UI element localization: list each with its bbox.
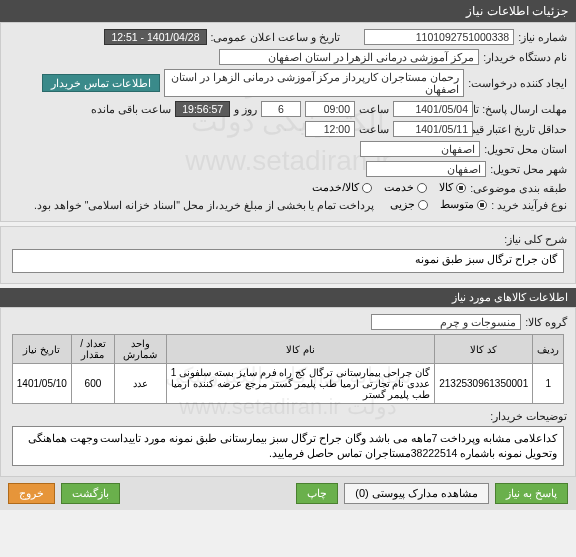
deadline-hour: 09:00 xyxy=(305,101,355,117)
need-desc-area: شرح کلی نیاز: گان جراح ترگال سبز طبق نمو… xyxy=(0,226,576,284)
radio-mid[interactable]: متوسط xyxy=(440,198,487,211)
buyer-label: نام دستگاه خریدار: xyxy=(483,51,567,63)
hour-label-1: ساعت xyxy=(359,103,389,115)
cell-name: گان جراحی بیمارستانی ترگال کج راه فرم سا… xyxy=(166,364,435,404)
radio-icon xyxy=(417,183,427,193)
delivery-city: اصفهان xyxy=(366,161,486,177)
radio-icon xyxy=(456,183,466,193)
th-qty: تعداد / مقدار xyxy=(71,335,114,364)
deadline-date: 1401/05/04 xyxy=(393,101,473,117)
radio-both[interactable]: کالا/خدمت xyxy=(312,181,372,194)
group-label: گروه کالا: xyxy=(525,316,567,328)
validity-hour: 12:00 xyxy=(305,121,355,137)
need-desc-label: شرح کلی نیاز: xyxy=(504,233,567,245)
cell-date: 1401/05/10 xyxy=(12,364,71,404)
print-button[interactable]: چاپ xyxy=(296,483,338,504)
requester-value: رحمان مستاجران کارپرداز مرکز آموزشی درما… xyxy=(164,69,464,97)
th-row: ردیف xyxy=(533,335,564,364)
delivery-prov-label: استان محل تحویل: xyxy=(484,143,567,155)
radio-icon xyxy=(362,183,372,193)
notes-label: توضیحات خریدار: xyxy=(490,410,567,422)
time-left: 19:56:57 xyxy=(175,101,230,117)
th-date: تاریخ نیاز xyxy=(12,335,71,364)
footer-buttons: پاسخ به نیاز مشاهده مدارک پیوستی (0) چاپ… xyxy=(0,477,576,510)
delivery-city-label: شهر محل تحویل: xyxy=(490,163,567,175)
table-row: 1 2132530961350001 گان جراحی بیمارستانی … xyxy=(12,364,563,404)
requester-label: ایجاد کننده درخواست: xyxy=(468,77,567,89)
cell-qty: 600 xyxy=(71,364,114,404)
radio-goods[interactable]: کالا xyxy=(439,181,466,194)
days-left-mid: روز و xyxy=(234,103,257,115)
days-left: 6 xyxy=(261,101,301,117)
notes-text: کداعلامی مشابه وپرداخت 7ماهه می باشد وگا… xyxy=(12,426,564,466)
th-unit: واحد شمارش xyxy=(115,335,167,364)
announce-value: 1401/04/28 - 12:51 xyxy=(104,29,206,45)
buy-type-radios: متوسط جزیی xyxy=(390,198,487,211)
cell-row: 1 xyxy=(533,364,564,404)
deadline-label: مهلت ارسال پاسخ: تا تاریخ: xyxy=(477,103,567,115)
cell-unit: عدد xyxy=(115,364,167,404)
items-table: ردیف کد کالا نام کالا واحد شمارش تعداد /… xyxy=(12,334,564,404)
need-no-label: شماره نیاز: xyxy=(518,31,567,43)
contact-buyer-button[interactable]: اطلاعات تماس خریدار xyxy=(42,74,160,92)
reply-button[interactable]: پاسخ به نیاز xyxy=(495,483,568,504)
buy-type-note: پرداخت تمام یا بخشی از مبلغ خرید،از محل … xyxy=(34,199,374,211)
time-left-post: ساعت باقی مانده xyxy=(91,103,171,115)
need-desc-text: گان جراح ترگال سبز طبق نمونه xyxy=(12,249,564,273)
validity-date: 1401/05/11 xyxy=(393,121,473,137)
need-no-value: 1101092751000338 xyxy=(364,29,514,45)
delivery-prov: اصفهان xyxy=(360,141,480,157)
validity-label: حداقل تاریخ اعتبار قیمت: تا تاریخ: xyxy=(477,123,567,135)
attachments-button[interactable]: مشاهده مدارک پیوستی (0) xyxy=(344,483,489,504)
back-button[interactable]: بازگشت xyxy=(61,483,120,504)
table-header-row: ردیف کد کالا نام کالا واحد شمارش تعداد /… xyxy=(12,335,563,364)
page-header: جزئیات اطلاعات نیاز xyxy=(0,0,576,22)
cell-code: 2132530961350001 xyxy=(435,364,533,404)
th-name: نام کالا xyxy=(166,335,435,364)
announce-label: تاریخ و ساعت اعلان عمومی: xyxy=(211,31,341,43)
hour-label-2: ساعت xyxy=(359,123,389,135)
form-area: سامانه تدارکات الکترونیکی دولت www.setad… xyxy=(0,22,576,222)
buy-type-label: نوع فرآیند خرید : xyxy=(491,199,567,211)
goods-area: سامانه تدارکات الکترونیکی دولت www.setad… xyxy=(0,307,576,477)
th-code: کد کالا xyxy=(435,335,533,364)
radio-small[interactable]: جزیی xyxy=(390,198,428,211)
page-title: جزئیات اطلاعات نیاز xyxy=(466,4,568,18)
classify-label: طبقه بندی موضوعی: xyxy=(470,182,567,194)
classify-radios: کالا خدمت کالا/خدمت xyxy=(312,181,466,194)
radio-icon xyxy=(418,200,428,210)
goods-section-header: اطلاعات کالاهای مورد نیاز xyxy=(0,288,576,307)
group-value: منسوجات و چرم xyxy=(371,314,521,330)
radio-service[interactable]: خدمت xyxy=(384,181,427,194)
radio-icon xyxy=(477,200,487,210)
exit-button[interactable]: خروج xyxy=(8,483,55,504)
buyer-value: مرکز آموزشی درمانی الزهرا در استان اصفها… xyxy=(219,49,479,65)
